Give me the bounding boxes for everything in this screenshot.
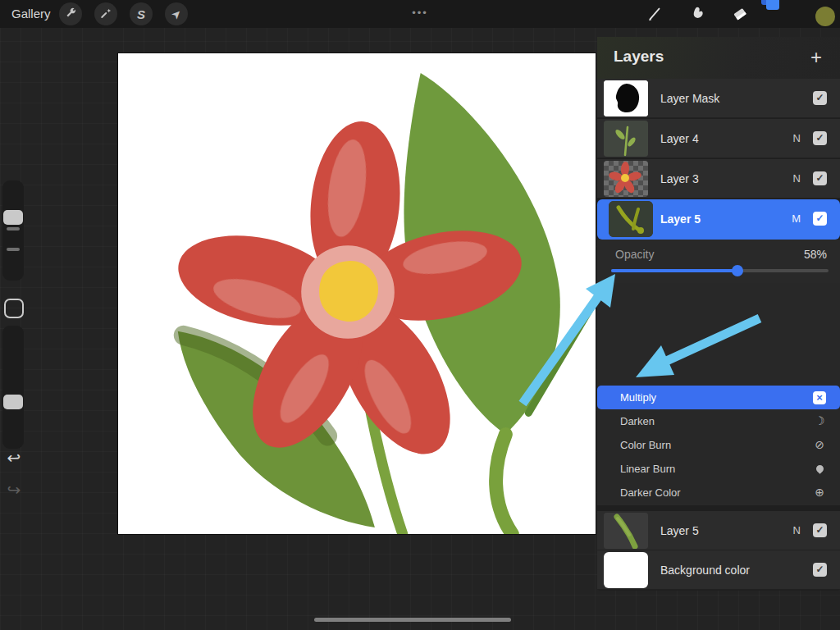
brush-size-slider[interactable] [2, 180, 24, 281]
blend-mode-darker-color[interactable]: Darker Color ⊕ [597, 481, 840, 504]
layer-row-mask[interactable]: Layer Mask ✓ [597, 79, 840, 118]
blend-mode-label: Color Burn [620, 433, 671, 457]
blend-mode-multiply[interactable]: Multiply × [597, 386, 840, 409]
brush-opacity-slider-handle[interactable] [3, 395, 23, 409]
blend-mode-color-burn[interactable]: Color Burn ⊘ [597, 433, 840, 457]
layer-visibility-checkbox[interactable]: ✓ [813, 171, 827, 185]
layer-name: Layer 5 [660, 511, 699, 550]
layers-panel-title: Layers [614, 48, 664, 66]
opacity-slider[interactable] [611, 269, 829, 272]
home-indicator-bar[interactable] [314, 618, 511, 622]
color-picker-button[interactable] [814, 2, 837, 25]
multiply-icon: × [813, 391, 826, 404]
layers-panel-button[interactable] [771, 2, 794, 25]
layer-4-thumbnail [604, 121, 648, 157]
layer-name: Layer 4 [660, 119, 699, 158]
bottom-layer-list: Layer 5 N ✓ Background color ✓ [597, 511, 840, 590]
top-toolbar: Gallery S ➤ ••• [0, 0, 840, 28]
layer-visibility-checkbox[interactable]: ✓ [813, 91, 827, 105]
paint-tool-button[interactable] [643, 2, 666, 25]
circle-slash-icon: ⊘ [810, 433, 829, 457]
drawing-canvas[interactable] [117, 52, 596, 535]
selection-button[interactable]: S [130, 2, 153, 25]
brush-icon [646, 5, 664, 23]
erase-tool-button[interactable] [728, 2, 751, 25]
layer-row-5-bottom[interactable]: Layer 5 N ✓ [597, 511, 840, 550]
layers-panel: Layers + Layer Mask ✓ Layer 4 N ✓ [597, 37, 840, 591]
slider-tick-mark [7, 248, 20, 251]
brush-opacity-slider[interactable] [2, 326, 24, 449]
moon-icon: ☽ [810, 409, 829, 433]
circle-plus-icon: ⊕ [810, 481, 829, 504]
layer-row-4[interactable]: Layer 4 N ✓ [597, 119, 840, 158]
magic-wand-icon [98, 7, 113, 21]
layer-name: Layer 3 [660, 159, 699, 199]
transform-button[interactable]: ➤ [165, 2, 188, 25]
layer-row-3[interactable]: Layer 3 N ✓ [597, 159, 840, 199]
eraser-icon [731, 5, 749, 23]
layer-blend-mode-badge[interactable]: N [793, 159, 801, 199]
layer-name: Background color [660, 550, 750, 590]
layer-blend-mode-badge[interactable]: M [792, 199, 801, 239]
modify-button[interactable] [4, 299, 24, 318]
layer-row-5-selected[interactable]: Layer 5 M ✓ [597, 199, 840, 240]
selection-s-icon: S [137, 7, 145, 21]
smudge-tool-button[interactable] [686, 2, 709, 25]
background-color-row[interactable]: Background color ✓ [597, 550, 840, 590]
blend-mode-label: Darker Color [620, 481, 681, 504]
layer-visibility-checkbox[interactable]: ✓ [813, 523, 827, 537]
blend-mode-list: Multiply × Darken ☽ Color Burn ⊘ Linear … [597, 283, 840, 505]
blend-mode-label: Linear Burn [620, 457, 675, 481]
background-color-thumbnail [604, 552, 648, 588]
blend-mode-label: Darken [620, 409, 655, 433]
adjustments-button[interactable] [94, 2, 117, 25]
blend-mode-darken[interactable]: Darken ☽ [597, 409, 840, 433]
opacity-slider-knob[interactable] [732, 265, 743, 276]
blend-mode-linear-burn[interactable]: Linear Burn [597, 457, 840, 481]
blend-mode-label: Multiply [620, 386, 656, 409]
wrench-icon [63, 7, 78, 21]
layer-blend-mode-badge[interactable]: N [793, 511, 801, 550]
opacity-section: Opacity 58% [597, 240, 840, 283]
smudge-finger-icon [688, 5, 706, 23]
transform-arrow-icon: ➤ [168, 6, 185, 22]
layer-name: Layer 5 [660, 199, 701, 239]
flower-artwork [118, 53, 596, 534]
opacity-value: 58% [804, 248, 827, 261]
actions-button[interactable] [59, 2, 82, 25]
layer-visibility-checkbox[interactable]: ✓ [813, 212, 827, 226]
canvas-options-handle[interactable]: ••• [379, 0, 461, 28]
layer-5-thumbnail [609, 201, 653, 237]
layer-visibility-checkbox[interactable]: ✓ [813, 563, 827, 577]
redo-button[interactable]: ↪ [3, 479, 25, 500]
layer-visibility-checkbox[interactable]: ✓ [813, 131, 827, 145]
layer-5-bottom-thumbnail [604, 513, 648, 549]
layer-blend-mode-badge[interactable]: N [793, 119, 801, 158]
opacity-slider-fill [611, 269, 737, 272]
layer-mask-thumbnail [604, 80, 648, 116]
undo-button[interactable]: ↩ [3, 447, 25, 468]
layer-name: Layer Mask [660, 79, 719, 118]
active-color-swatch-icon [815, 7, 835, 26]
layer-3-thumbnail [604, 161, 648, 197]
opacity-label: Opacity [615, 248, 654, 261]
undo-icon: ↩ [7, 449, 21, 467]
flame-icon [815, 463, 825, 474]
gallery-button[interactable]: Gallery [11, 0, 51, 28]
redo-icon: ↪ [7, 481, 21, 499]
slider-tick-mark [7, 227, 20, 231]
layers-panel-header: Layers + [597, 37, 840, 79]
add-layer-button[interactable]: + [804, 45, 829, 70]
brush-size-slider-handle[interactable] [3, 210, 23, 225]
